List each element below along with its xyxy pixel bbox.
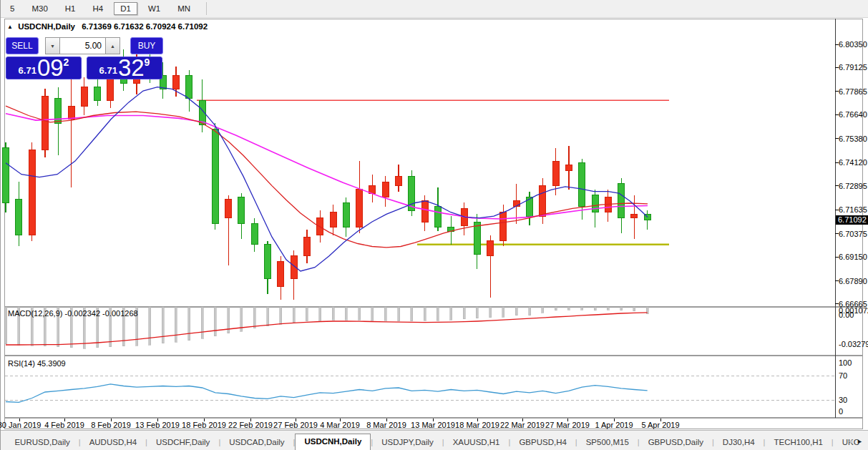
- buy-price-pip: 9: [145, 57, 150, 68]
- tab-scroll-left-icon[interactable]: ◄: [847, 438, 857, 445]
- buy-price-prefix: 6.71: [99, 65, 117, 76]
- moving-average: [6, 106, 648, 248]
- chevron-up-icon: ▲: [110, 44, 115, 49]
- macd-bar: [162, 307, 164, 343]
- volume-input[interactable]: [60, 37, 105, 54]
- price-axis-tick: 6.75380: [839, 134, 867, 143]
- macd-bar: [424, 307, 426, 321]
- macd-bar: [489, 307, 492, 318]
- macd-bar: [594, 307, 596, 310]
- rsi-axis-tick: 0: [839, 407, 843, 416]
- chart-tab-gbpusd[interactable]: GBPUSD,Daily: [640, 435, 712, 450]
- candle: [238, 197, 245, 224]
- candle: [330, 212, 336, 228]
- ohlc-values: 6.71369 6.71632 6.70924 6.71092: [82, 22, 208, 31]
- price-axis-tick: 6.71635: [839, 205, 867, 214]
- macd-axis-zero: 0.00: [839, 310, 854, 319]
- sell-price-prefix: 6.71: [19, 65, 36, 76]
- candle: [212, 129, 218, 224]
- volume-decrease-button[interactable]: ▼: [45, 37, 60, 54]
- volume-increase-button[interactable]: ▲: [105, 37, 120, 54]
- rsi-axis-tick: 30: [839, 396, 847, 404]
- candle: [579, 163, 585, 207]
- chart-tab-tech100[interactable]: TECH100,H1: [765, 435, 831, 450]
- candle: [265, 245, 271, 279]
- macd-bar: [5, 307, 7, 344]
- candle: [487, 241, 494, 256]
- candle: [68, 106, 74, 119]
- candle: [618, 184, 625, 218]
- candle: [16, 199, 22, 235]
- candle: [94, 87, 101, 101]
- chart-tab-eurusd[interactable]: EURUSD,Daily: [6, 435, 78, 450]
- macd-bar: [280, 307, 282, 324]
- chart-tab-xauusd[interactable]: XAUUSD,H1: [444, 435, 509, 450]
- buy-button[interactable]: BUY: [130, 37, 163, 54]
- macd-bar: [319, 307, 321, 321]
- macd-bar: [581, 307, 583, 310]
- candle: [278, 262, 284, 286]
- chart-tab-dj30[interactable]: DJ30,H4: [714, 435, 764, 450]
- macd-bar: [398, 307, 400, 321]
- chart-tab-bar: EURUSD,Daily|AUDUSD,H4|USDCHF,Daily|USDC…: [0, 430, 868, 450]
- macd-bar: [188, 307, 190, 341]
- macd-bar: [214, 307, 216, 336]
- macd-bar: [359, 307, 361, 320]
- macd-bar: [201, 307, 203, 338]
- rsi-axis-tick: 70: [839, 371, 847, 380]
- candle: [540, 186, 546, 216]
- macd-bar: [384, 307, 386, 321]
- chart-tab-audusd[interactable]: AUDUSD,H4: [81, 435, 145, 450]
- sell-price-big: 09: [37, 57, 64, 79]
- macd-bar: [450, 307, 452, 320]
- macd-bar: [567, 307, 570, 310]
- sell-price-pip: 2: [64, 57, 69, 68]
- macd-bar: [463, 307, 465, 319]
- buy-price-tile[interactable]: 6.71 32 9: [87, 57, 162, 79]
- rsi-label: RSI(14) 45.3909: [8, 359, 66, 368]
- chart-tab-usdchf[interactable]: USDCHF,Daily: [147, 435, 218, 450]
- chart-tab-gbpusd[interactable]: GBPUSD,H4: [510, 435, 575, 450]
- rsi-axis-tick: 100: [839, 358, 852, 367]
- macd-bar: [371, 307, 374, 321]
- candle: [434, 207, 441, 228]
- rsi-value: 45.3909: [37, 359, 66, 368]
- price-axis-tick: 6.70375: [839, 230, 867, 238]
- candle: [343, 202, 349, 227]
- collapse-icon[interactable]: ▲: [7, 24, 13, 30]
- macd-bar: [253, 307, 255, 328]
- macd-bar: [293, 307, 295, 323]
- macd-bar: [633, 307, 635, 311]
- price-axis-tick: 6.72895: [839, 182, 867, 190]
- macd-value-signal: -0.001268: [102, 309, 138, 318]
- macd-bar: [515, 307, 517, 316]
- one-click-trade-panel: SELL ▼ ▲ BUY 6.71 09 2 6.71 32: [6, 37, 163, 79]
- macd-bar: [411, 307, 413, 321]
- chart-tab-usdjpy[interactable]: USDJPY,Daily: [373, 435, 442, 450]
- current-price-badge: 6.71092: [836, 215, 868, 225]
- candle: [3, 148, 9, 203]
- candle: [172, 76, 179, 89]
- price-axis-tick: 6.76640: [839, 110, 867, 119]
- macd-bar: [620, 307, 623, 310]
- window-edge: [0, 0, 1, 450]
- macd-bar: [437, 307, 439, 321]
- chart-tab-usdcnh[interactable]: USDCNH,Daily: [295, 434, 371, 450]
- macd-bar: [267, 307, 269, 326]
- candle: [631, 214, 638, 217]
- candle: [225, 199, 232, 218]
- tab-scroll-arrows: ◄►: [847, 438, 866, 445]
- chart-tab-sp500[interactable]: SP500,M15: [577, 435, 638, 450]
- macd-bar: [555, 307, 557, 310]
- price-axis-tick: 6.69150: [839, 253, 867, 261]
- tab-scroll-right-icon[interactable]: ►: [857, 438, 866, 445]
- sell-button[interactable]: SELL: [6, 37, 39, 54]
- candle: [81, 87, 87, 107]
- macd-bar: [332, 307, 334, 320]
- macd-bar: [502, 307, 504, 317]
- sell-price-tile[interactable]: 6.71 09 2: [6, 57, 82, 79]
- price-axis-tick: 6.80350: [839, 40, 867, 49]
- chart-tab-usdcad[interactable]: USDCAD,Daily: [220, 435, 293, 450]
- candle: [356, 190, 363, 228]
- candle: [42, 97, 48, 150]
